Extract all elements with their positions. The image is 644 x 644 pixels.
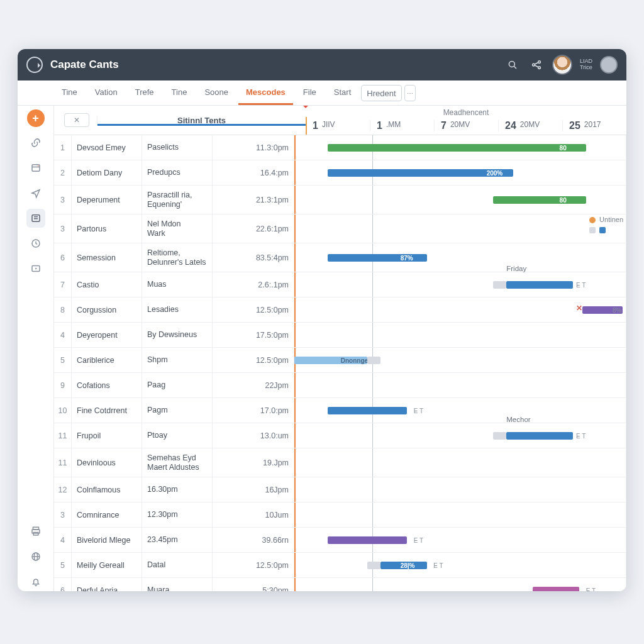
history-icon[interactable] <box>26 234 45 253</box>
row-gantt[interactable]: E T <box>294 528 626 552</box>
tab-hredent[interactable]: Hredent <box>361 85 401 101</box>
table-row[interactable]: 5Meilly GereallDatal12.5:0pm28|%E T <box>54 553 626 578</box>
gantt-bar[interactable] <box>493 196 586 204</box>
row-gantt[interactable] <box>294 373 626 397</box>
table-row[interactable]: 1Devsod EmeyPaselicts11.3:0pm80 <box>54 135 626 160</box>
today-marker-flag-icon <box>302 106 309 112</box>
timeline-scale[interactable]: 1JIIV1.MM720MV2420MV252017 <box>306 117 626 135</box>
today-line <box>372 373 373 397</box>
row-gantt[interactable] <box>294 477 626 502</box>
table-row[interactable]: 8CorgussionLesadies12.5:0pm8%✕ <box>54 297 626 323</box>
row-gantt[interactable]: E TMechor <box>294 423 626 448</box>
row-gantt[interactable] <box>294 448 626 477</box>
bar-tag: E T <box>414 536 423 543</box>
table-row[interactable]: 7CastioMuas2.6:.1pmE TFriday <box>54 272 626 297</box>
search-icon[interactable] <box>504 57 521 73</box>
row-gantt[interactable] <box>294 323 626 347</box>
gantt-bar[interactable] <box>328 144 586 152</box>
row-category: Predupcs <box>142 160 213 185</box>
table-row[interactable]: 11DevinloousSemehas EydMaert Aldustes19.… <box>54 448 626 477</box>
timeline-icon[interactable] <box>26 209 45 228</box>
row-gantt[interactable]: E T <box>294 578 626 591</box>
navigate-icon[interactable] <box>26 184 45 203</box>
left-tab-active[interactable]: Sitinnl Tents <box>97 116 306 125</box>
table-row[interactable]: 5CariblericeShpm12.5:0pmDnonngetbt. <box>54 348 626 373</box>
table-row[interactable]: 6Derful ApriaMuara5:30pmE T <box>54 578 626 591</box>
tab-file[interactable]: File <box>296 80 324 105</box>
row-number: 5 <box>54 553 72 577</box>
row-category: Pasractill ria,Equening' <box>142 186 213 214</box>
svg-marker-15 <box>35 268 37 270</box>
body: + <box>18 106 626 591</box>
gantt-bar[interactable] <box>328 407 407 414</box>
row-category: Muas <box>142 272 213 297</box>
tab-start[interactable]: Start <box>326 80 358 105</box>
print-icon[interactable] <box>26 522 45 541</box>
share-icon[interactable] <box>528 57 545 73</box>
projects-icon[interactable] <box>26 158 45 177</box>
row-gantt[interactable]: E T <box>294 398 626 423</box>
today-line <box>372 423 373 448</box>
table-row[interactable]: 2Detiom DanyPredupcs16.4:pm200% <box>54 160 626 186</box>
gantt-bar[interactable] <box>328 169 513 177</box>
table-row[interactable]: 6SemessionReltiome,Delunrer's Latels83.5… <box>54 243 626 272</box>
table-row[interactable]: 4Bivelorid Mlege23.45pm39.66rnE T <box>54 528 626 553</box>
tab-tine2[interactable]: Tine <box>164 80 195 105</box>
table-row[interactable]: 11FrupoilPtoay13.0:umE TMechor <box>54 423 626 448</box>
svg-point-0 <box>509 61 514 67</box>
gantt-bar[interactable] <box>328 254 427 262</box>
tab-vation[interactable]: Vation <box>87 80 125 105</box>
user-line1: LIAD <box>580 58 592 64</box>
gantt-bar[interactable] <box>506 432 572 440</box>
tab-soone[interactable]: Soone <box>197 80 236 105</box>
globe-icon[interactable] <box>26 547 45 566</box>
row-name: Cofations <box>72 373 142 397</box>
gantt-bar[interactable] <box>294 357 367 364</box>
row-category: Semehas EydMaert Aldustes <box>142 448 213 477</box>
row-gantt[interactable]: E TFriday <box>294 272 626 297</box>
row-gantt[interactable]: 80 <box>294 186 626 214</box>
row-gantt[interactable]: Untinen <box>294 214 626 243</box>
media-icon[interactable] <box>26 259 45 278</box>
avatar-primary[interactable] <box>552 55 572 75</box>
table-row[interactable]: 4DeyeropentBy Dewsineus17.5:0pm <box>54 323 626 348</box>
tab-trefe[interactable]: Trefe <box>128 80 162 105</box>
close-panel-button[interactable]: ✕ <box>64 113 89 127</box>
gantt-bar[interactable] <box>533 587 579 592</box>
table-row[interactable]: 3PartorusNel MdonWark22.6:1pmUntinen <box>54 214 626 243</box>
row-number: 5 <box>54 348 72 372</box>
table-row[interactable]: 3DeperumentPasractill ria,Equening'21.3:… <box>54 186 626 214</box>
table-row[interactable]: 10Fine CotdrrentPagm17.0:pmE T <box>54 398 626 423</box>
gantt-bar[interactable] <box>493 432 506 440</box>
table-row[interactable]: 9CofationsPaag22Jpm <box>54 373 626 398</box>
row-number: 7 <box>54 272 72 297</box>
row-number: 4 <box>54 528 72 552</box>
tab-more[interactable]: ⋯ <box>404 85 416 101</box>
gantt-grid[interactable]: 1Devsod EmeyPaselicts11.3:0pm802Detiom D… <box>54 135 626 591</box>
row-gantt[interactable]: 87% <box>294 243 626 272</box>
gantt-bar[interactable] <box>367 562 380 569</box>
row-gantt[interactable]: 200% <box>294 160 626 185</box>
row-number: 3 <box>54 186 72 214</box>
avatar-secondary[interactable] <box>600 56 618 74</box>
tab-tine[interactable]: Tine <box>54 80 85 105</box>
row-name: Devsod Emey <box>72 135 142 160</box>
gantt-bar[interactable] <box>493 281 506 289</box>
table-row[interactable]: 12Colnflamous16.30pm16Jpm <box>54 477 626 502</box>
gantt-bar[interactable] <box>380 562 427 569</box>
gantt-bar[interactable] <box>506 281 572 289</box>
row-gantt[interactable]: 8%✕ <box>294 297 626 322</box>
add-button[interactable]: + <box>27 109 45 127</box>
notifications-icon[interactable] <box>26 572 45 591</box>
link-icon[interactable] <box>26 133 45 152</box>
table-row[interactable]: 3Comnirance12.30pm10Jum <box>54 502 626 528</box>
row-gantt[interactable] <box>294 502 626 527</box>
gantt-bar[interactable] <box>367 357 380 364</box>
row-time: 16.4:pm <box>213 160 294 185</box>
row-gantt[interactable]: 28|%E T <box>294 553 626 577</box>
row-gantt[interactable]: Dnonngetbt. <box>294 348 626 372</box>
row-category: Nel MdonWark <box>142 214 213 243</box>
tab-mescodes[interactable]: Mescodes <box>238 80 293 105</box>
gantt-bar[interactable] <box>328 536 407 544</box>
row-gantt[interactable]: 80 <box>294 135 626 160</box>
